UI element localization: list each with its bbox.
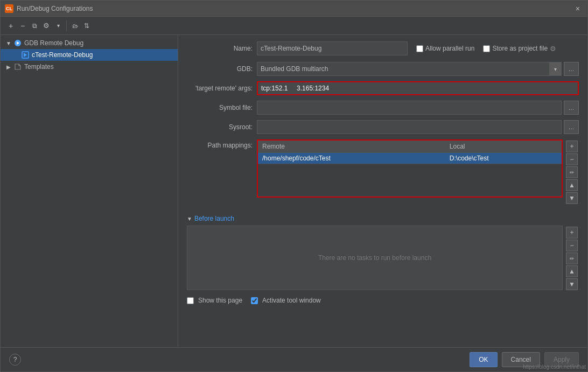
sort-button[interactable]: ⇅ xyxy=(81,20,93,32)
table-row-empty xyxy=(258,164,562,196)
before-launch-content: There are no tasks to run before launch … xyxy=(187,226,579,291)
symbol-file-row: Symbol file: … xyxy=(187,101,579,115)
footer-left: ? xyxy=(9,354,465,366)
run-debug-dialog: CL Run/Debug Configurations × + − ⧉ ⚙ ▾ … xyxy=(0,0,588,372)
remove-launch-button[interactable]: − xyxy=(566,240,578,251)
sysroot-input[interactable] xyxy=(257,120,562,134)
remote-column-header: Remote xyxy=(258,141,445,153)
activate-tool-window-checkbox[interactable] xyxy=(251,297,258,304)
name-input[interactable] xyxy=(257,41,408,55)
path-mappings-section: Path mappings: Remote Local xyxy=(187,139,579,205)
app-icon: CL xyxy=(5,4,13,13)
title-bar: CL Run/Debug Configurations × xyxy=(1,1,587,17)
symbol-file-browse-button[interactable]: … xyxy=(564,101,579,115)
store-project-group: Store as project file ⚙ xyxy=(483,45,556,53)
toolbar-separator xyxy=(66,20,67,31)
tree-group-gdb[interactable]: ▼ GDB Remote Debug xyxy=(1,37,178,49)
tree-item-ctest[interactable]: cTest-Remote-Debug xyxy=(1,49,178,61)
path-mappings-row: Path mappings: Remote Local xyxy=(187,139,579,205)
allow-parallel-label: Allow parallel run xyxy=(425,45,474,52)
svg-marker-3 xyxy=(24,53,27,57)
sysroot-browse-button[interactable]: … xyxy=(564,120,579,134)
before-launch-box: There are no tasks to run before launch xyxy=(187,226,563,290)
config-icon xyxy=(21,51,30,59)
name-row: Name: Allow parallel run Store as projec… xyxy=(187,41,579,55)
table-row[interactable]: /home/shepf/code/cTest D:\code\cTest xyxy=(258,153,562,164)
allow-parallel-checkbox[interactable] xyxy=(416,45,423,52)
gdb-group-label: GDB Remote Debug xyxy=(24,39,83,47)
arrow-down-button[interactable]: ▾ xyxy=(52,20,64,32)
gdb-group-icon xyxy=(13,39,22,47)
left-panel: ▼ GDB Remote Debug xyxy=(1,35,178,347)
main-content: ▼ GDB Remote Debug xyxy=(1,35,587,347)
toolbar: + − ⧉ ⚙ ▾ 🗁 ⇅ xyxy=(1,17,587,35)
sysroot-row: Sysroot: … xyxy=(187,120,579,134)
indent-arrow xyxy=(12,51,20,59)
expand-arrow-templates: ▶ xyxy=(5,63,12,71)
before-launch-label: Before launch xyxy=(194,215,234,222)
local-path-cell: D:\code\cTest xyxy=(445,153,562,164)
edit-launch-button[interactable]: ✏ xyxy=(566,252,578,264)
launch-side-buttons: + − ✏ ▲ ▼ xyxy=(565,226,579,291)
symbol-file-label: Symbol file: xyxy=(187,104,257,111)
copy-button[interactable]: ⧉ xyxy=(29,20,40,32)
show-page-label: Show this page xyxy=(198,297,242,304)
path-table: Remote Local /home/shepf/code/cTest D:\c… xyxy=(258,141,562,196)
before-launch-section: ▼ Before launch There are no tasks to ru… xyxy=(187,215,579,291)
tree-container: ▼ GDB Remote Debug xyxy=(1,35,178,347)
symbol-file-input[interactable] xyxy=(257,101,562,115)
path-table-body: /home/shepf/code/cTest D:\code\cTest xyxy=(258,153,562,196)
before-launch-header[interactable]: ▼ Before launch xyxy=(187,215,579,222)
watermark: https://blog.csdn.net/inthat xyxy=(523,364,586,370)
move-down-button[interactable]: ▼ xyxy=(566,192,578,204)
remote-path-cell: /home/shepf/code/cTest xyxy=(258,153,445,164)
no-tasks-text: There are no tasks to run before launch xyxy=(318,254,431,262)
dialog-title: Run/Debug Configurations xyxy=(17,5,572,12)
path-table-container: Remote Local /home/shepf/code/cTest D:\c… xyxy=(257,139,563,198)
store-project-gear-icon[interactable]: ⚙ xyxy=(550,45,556,53)
target-args-label: 'target remote' args: xyxy=(187,85,257,92)
before-launch-arrow: ▼ xyxy=(187,216,192,222)
bottom-checkboxes: Show this page Activate tool window xyxy=(187,297,579,304)
help-button[interactable]: ? xyxy=(9,354,21,366)
activate-tool-window-label: Activate tool window xyxy=(262,297,321,304)
settings-button[interactable]: ⚙ xyxy=(40,20,52,32)
allow-parallel-group: Allow parallel run xyxy=(416,45,474,52)
store-project-label: Store as project file xyxy=(492,45,548,52)
path-mappings-content: Remote Local /home/shepf/code/cTest D:\c… xyxy=(257,139,579,205)
ctest-label: cTest-Remote-Debug xyxy=(32,51,93,59)
path-table-header-row: Remote Local xyxy=(258,141,562,153)
sysroot-label: Sysroot: xyxy=(187,123,257,131)
target-args-row: 'target remote' args: xyxy=(187,81,579,95)
path-table-header: Remote Local xyxy=(258,141,562,153)
remove-path-button[interactable]: − xyxy=(566,153,578,165)
tree-item-templates[interactable]: ▶ Templates xyxy=(1,61,178,73)
move-launch-down-button[interactable]: ▼ xyxy=(566,278,578,290)
move-up-button[interactable]: ▲ xyxy=(566,179,578,191)
move-launch-up-button[interactable]: ▲ xyxy=(566,265,578,277)
show-page-checkbox[interactable] xyxy=(187,297,194,304)
folder-button[interactable]: 🗁 xyxy=(69,20,81,32)
store-project-checkbox[interactable] xyxy=(483,45,490,52)
dialog-footer: ? OK Cancel Apply xyxy=(1,347,587,371)
add-launch-button[interactable]: + xyxy=(566,227,578,238)
remove-button[interactable]: − xyxy=(17,20,29,32)
gdb-dropdown[interactable]: Bundled GDB multiarch xyxy=(257,62,550,76)
local-column-header: Local xyxy=(445,141,562,153)
close-button[interactable]: × xyxy=(572,3,583,14)
gdb-label: GDB: xyxy=(187,65,257,73)
gdb-browse-button[interactable]: … xyxy=(564,62,579,76)
path-side-buttons: + − ✏ ▲ ▼ xyxy=(565,139,579,205)
right-panel: Name: Allow parallel run Store as projec… xyxy=(178,35,587,347)
gdb-input-group: Bundled GDB multiarch ▾ … xyxy=(257,62,579,76)
gdb-dropdown-arrow[interactable]: ▾ xyxy=(550,62,562,76)
ok-button[interactable]: OK xyxy=(470,352,497,367)
add-path-button[interactable]: + xyxy=(566,141,578,152)
add-button[interactable]: + xyxy=(5,20,17,32)
show-page-group: Show this page xyxy=(187,297,242,304)
expand-arrow-gdb: ▼ xyxy=(5,39,12,47)
path-mappings-label: Path mappings: xyxy=(187,139,257,149)
edit-path-button[interactable]: ✏ xyxy=(566,166,578,178)
target-args-input[interactable] xyxy=(257,81,579,95)
activate-tool-window-group: Activate tool window xyxy=(251,297,321,304)
